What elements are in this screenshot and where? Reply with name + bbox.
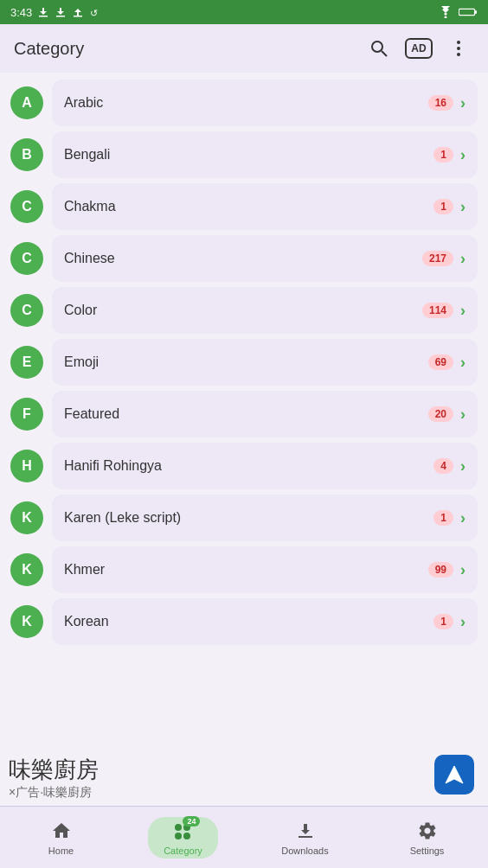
svg-point-8: [372, 41, 382, 52]
upload-icon: [72, 7, 84, 17]
category-count: 99: [428, 562, 453, 578]
chevron-right-icon: ›: [460, 250, 466, 268]
category-item[interactable]: Karen (Leke script) 1 ›: [52, 495, 478, 541]
chevron-right-icon: ›: [460, 94, 466, 112]
ad-button[interactable]: AD: [405, 38, 433, 59]
downloads-icon: [293, 819, 318, 843]
category-item[interactable]: Color 114 ›: [52, 287, 478, 334]
svg-point-16: [183, 833, 190, 839]
category-row: A Arabic 16 ›: [10, 80, 478, 126]
nav-settings[interactable]: Settings: [366, 819, 488, 856]
status-bar: 3:43 ↺: [0, 0, 488, 24]
category-count: 69: [428, 354, 453, 370]
svg-rect-1: [56, 16, 65, 17]
chevron-right-icon: ›: [460, 561, 466, 579]
svg-rect-0: [39, 16, 48, 17]
category-name: Khmer: [64, 562, 428, 578]
home-icon: [49, 819, 74, 843]
chevron-right-icon: ›: [460, 405, 466, 424]
letter-badge: C: [10, 294, 43, 327]
floating-action-button[interactable]: [434, 755, 474, 795]
category-count: 1: [433, 614, 453, 629]
letter-badge: H: [10, 450, 43, 482]
category-row: C Color 114 ›: [10, 287, 478, 334]
category-count: 1: [433, 147, 453, 163]
status-time: 3:43 ↺: [10, 6, 101, 19]
status-icons: [438, 6, 478, 18]
category-count: 217: [422, 251, 453, 266]
chevron-right-icon: ›: [460, 302, 466, 320]
category-name: Hanifi Rohingya: [64, 458, 433, 474]
category-item[interactable]: Chinese 217 ›: [52, 235, 478, 282]
category-item[interactable]: Korean 1 ›: [52, 598, 478, 645]
nav-category[interactable]: 24 Category: [122, 817, 244, 858]
downloads-label: Downloads: [281, 846, 328, 856]
category-item[interactable]: Featured 20 ›: [52, 391, 478, 437]
category-item[interactable]: Arabic 16 ›: [52, 80, 478, 126]
category-count: 4: [433, 458, 453, 474]
svg-point-12: [457, 53, 460, 56]
letter-badge: E: [10, 346, 43, 379]
svg-point-4: [445, 16, 447, 19]
nav-home[interactable]: Home: [0, 819, 122, 856]
category-badge: 24: [183, 816, 200, 827]
svg-point-15: [175, 833, 182, 839]
svg-marker-18: [446, 766, 463, 783]
category-name: Arabic: [64, 95, 428, 111]
category-row: C Chinese 217 ›: [10, 235, 478, 282]
svg-point-11: [457, 47, 460, 50]
letter-badge: K: [10, 553, 43, 586]
category-item[interactable]: Chakma 1 ›: [52, 183, 478, 230]
category-item[interactable]: Bengali 1 ›: [52, 131, 478, 178]
chevron-right-icon: ›: [460, 457, 466, 475]
bottom-navigation: Home 24 Category Downloads Settings: [0, 806, 488, 868]
wifi-icon: [438, 6, 453, 18]
svg-point-10: [457, 41, 460, 44]
chevron-right-icon: ›: [460, 509, 466, 527]
svg-rect-6: [475, 10, 477, 14]
category-name: Chakma: [64, 199, 433, 214]
category-list: A Arabic 16 › B Bengali 1 › C Chakma 1 ›…: [0, 73, 488, 806]
category-count: 20: [428, 406, 453, 422]
chevron-right-icon: ›: [460, 354, 466, 372]
category-name: Emoji: [64, 354, 428, 370]
letter-badge: K: [10, 605, 43, 638]
page-title: Category: [14, 39, 84, 59]
svg-point-13: [175, 824, 182, 831]
download-icon-1: [37, 7, 49, 17]
category-count: 16: [428, 95, 453, 111]
letter-badge: A: [10, 86, 43, 119]
search-icon: [369, 39, 388, 58]
category-name: Featured: [64, 406, 428, 422]
search-button[interactable]: [363, 33, 395, 64]
category-count: 114: [422, 303, 453, 318]
category-item[interactable]: Hanifi Rohingya 4 ›: [52, 443, 478, 489]
letter-badge: C: [10, 242, 43, 275]
category-name: Color: [64, 303, 422, 318]
letter-badge: B: [10, 138, 43, 171]
letter-badge: F: [10, 398, 43, 431]
settings-label: Settings: [410, 846, 445, 856]
sync-icon: ↺: [89, 7, 101, 17]
category-item[interactable]: Khmer 99 ›: [52, 546, 478, 593]
svg-rect-7: [459, 10, 474, 15]
nav-downloads[interactable]: Downloads: [244, 819, 366, 856]
svg-line-9: [382, 51, 387, 56]
category-name: Karen (Leke script): [64, 510, 433, 526]
category-row: F Featured 20 ›: [10, 391, 478, 437]
chevron-right-icon: ›: [460, 146, 466, 164]
category-row: K Khmer 99 ›: [10, 546, 478, 593]
category-count: 1: [433, 199, 453, 214]
category-row: E Emoji 69 ›: [10, 339, 478, 386]
category-item[interactable]: Emoji 69 ›: [52, 339, 478, 386]
download-icon-2: [55, 7, 67, 17]
battery-icon: [459, 7, 478, 17]
more-vert-icon: [449, 39, 468, 58]
chevron-right-icon: ›: [460, 613, 466, 631]
more-options-button[interactable]: [443, 33, 474, 64]
category-name: Korean: [64, 614, 433, 629]
home-label: Home: [48, 846, 74, 856]
top-app-bar: Category AD: [0, 24, 488, 73]
svg-text:↺: ↺: [90, 8, 98, 17]
category-label: Category: [164, 846, 202, 856]
